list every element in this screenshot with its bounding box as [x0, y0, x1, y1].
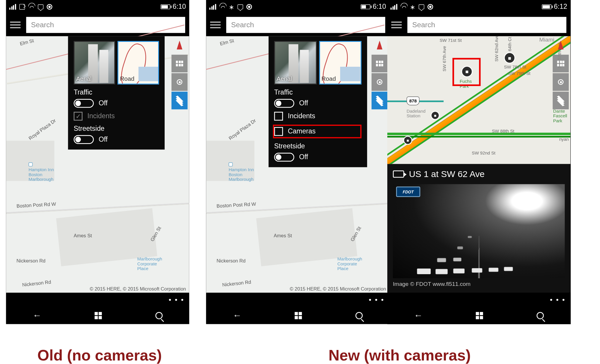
- layers-panel: Aerial Road Traffic Off Incidents Camera…: [268, 36, 367, 167]
- compass-button[interactable]: [371, 36, 388, 54]
- road-label: Royal Plaza Dr: [228, 118, 257, 141]
- incidents-label: Incidents: [87, 112, 115, 120]
- search-bar: [387, 14, 570, 36]
- poi-office: Marlborough Corporate Place: [137, 257, 162, 271]
- menu-button[interactable]: [10, 22, 21, 28]
- start-button[interactable]: [295, 312, 302, 319]
- map-copyright: © 2015 HERE, © 2015 Microsoft Corporatio…: [290, 286, 386, 292]
- app-bar: • • •: [206, 293, 389, 307]
- route-shield: 878: [407, 97, 420, 105]
- layers-button[interactable]: [171, 92, 188, 109]
- traffic-toggle[interactable]: [274, 99, 294, 108]
- camera-marker[interactable]: ■: [403, 136, 412, 145]
- poi-dadeland: Dadeland Station: [407, 109, 426, 118]
- start-button[interactable]: [95, 312, 102, 319]
- map-copyright: © 2015 HERE, © 2015 Microsoft Corporatio…: [90, 286, 186, 292]
- camera-marker[interactable]: ■: [504, 52, 515, 63]
- camera-highlight: [452, 58, 480, 86]
- notifications-icon: [237, 4, 243, 9]
- road-label: Nickerson Rd: [217, 258, 246, 264]
- menu-button[interactable]: [391, 22, 402, 28]
- caption-new: New (with cameras): [199, 346, 600, 364]
- nav-bar: ←: [6, 307, 189, 324]
- battery-icon: [361, 4, 370, 9]
- map-canvas[interactable]: SW 67th Ave SW 62nd Ave SW 64th Ct SW 57…: [387, 36, 570, 164]
- more-button[interactable]: • • •: [369, 296, 384, 304]
- map-side-controls: [171, 36, 188, 109]
- camera-marker[interactable]: ■: [431, 111, 439, 120]
- signal-icon: [209, 4, 216, 10]
- traffic-label: Traffic: [274, 88, 362, 96]
- location-status-icon: [427, 4, 433, 10]
- status-bar: 6:10: [6, 0, 189, 14]
- locate-me-button[interactable]: [371, 73, 388, 91]
- location-status-icon: [47, 4, 52, 10]
- search-button[interactable]: [155, 312, 163, 319]
- map-style-aerial[interactable]: Aerial: [274, 41, 317, 84]
- incidents-checkbox[interactable]: [274, 112, 283, 121]
- wifi-icon: [400, 4, 407, 10]
- map-3d-button[interactable]: [171, 55, 188, 72]
- wifi-icon: [219, 4, 226, 10]
- streetside-label: Streetside: [274, 142, 362, 150]
- compass-button[interactable]: [171, 36, 188, 54]
- road-label: Nickerson Rd: [222, 279, 251, 288]
- app-bar: • • •: [387, 293, 570, 307]
- map-style-road[interactable]: Road: [319, 41, 362, 84]
- camera-image: FDOT: [393, 184, 565, 278]
- search-button[interactable]: [355, 312, 363, 319]
- layers-button[interactable]: [371, 92, 388, 109]
- menu-button[interactable]: [210, 22, 221, 28]
- search-input[interactable]: [407, 17, 566, 33]
- map-side-controls: [371, 36, 388, 109]
- camera-title: US 1 at SW 62 Ave: [409, 169, 485, 179]
- poi-hotel: Hampton Inn Boston Marlborough: [229, 162, 254, 182]
- start-button[interactable]: [476, 312, 483, 319]
- camera-panel: US 1 at SW 62 Ave FDOT Image © FDOT www.…: [387, 164, 570, 293]
- park-dante: Dante Fascell Park: [553, 109, 567, 123]
- more-button[interactable]: • • •: [169, 296, 184, 304]
- compass-button[interactable]: [553, 36, 569, 54]
- map-3d-button[interactable]: [371, 55, 388, 72]
- camera-icon: [393, 171, 404, 178]
- locate-me-button[interactable]: [553, 73, 569, 91]
- incidents-checkbox: [74, 112, 82, 121]
- road-label: Ames St: [274, 233, 292, 238]
- battery-icon: [542, 4, 551, 9]
- notifications-icon: [38, 4, 43, 9]
- locate-me-button[interactable]: [171, 73, 188, 91]
- road-label: Elm St: [219, 38, 235, 47]
- notifications-icon: [418, 4, 424, 9]
- camera-credit: Image © FDOT www.fl511.com: [393, 281, 565, 287]
- search-button[interactable]: [536, 312, 544, 319]
- back-button[interactable]: ←: [414, 310, 423, 321]
- status-time: 6:10: [173, 3, 186, 11]
- traffic-toggle[interactable]: [74, 99, 94, 108]
- back-button[interactable]: ←: [233, 310, 241, 321]
- traffic-label: Traffic: [74, 88, 159, 96]
- map-3d-button[interactable]: [553, 55, 569, 72]
- status-bar: ∗ 6:10: [206, 0, 389, 14]
- road-label: Ames St: [74, 233, 92, 238]
- more-button[interactable]: • • •: [550, 296, 565, 304]
- back-button[interactable]: ←: [33, 310, 42, 321]
- streetside-toggle[interactable]: [74, 135, 94, 144]
- layers-button[interactable]: [553, 92, 569, 109]
- poi-office: Marlborough Corporate Place: [337, 257, 362, 271]
- status-bar: ∗ 6:12: [387, 0, 570, 14]
- layers-panel: Aerial Road Traffic Off Incidents Street…: [68, 36, 165, 150]
- map-style-aerial[interactable]: Aerial: [74, 41, 115, 84]
- road-label: Nickerson Rd: [22, 279, 51, 288]
- bluetooth-icon: ∗: [229, 3, 234, 11]
- phone-old: 6:10 Elm St Royal Plaza Dr Boston Post R…: [6, 0, 189, 324]
- cameras-checkbox[interactable]: [274, 127, 283, 136]
- comparison-captions: Old (no cameras) New (with cameras): [0, 346, 600, 364]
- caption-old: Old (no cameras): [0, 346, 199, 364]
- wifi-icon: [28, 4, 34, 10]
- nav-bar: ←: [387, 307, 570, 324]
- streetside-toggle[interactable]: [274, 153, 294, 162]
- status-time: 6:10: [373, 3, 386, 11]
- poi-hotel: Hampton Inn Boston Marlborough: [29, 162, 54, 182]
- phone-new-panel: ∗ 6:10 Elm St Royal Plaza Dr Boston Post…: [206, 0, 389, 324]
- map-style-road[interactable]: Road: [117, 41, 159, 84]
